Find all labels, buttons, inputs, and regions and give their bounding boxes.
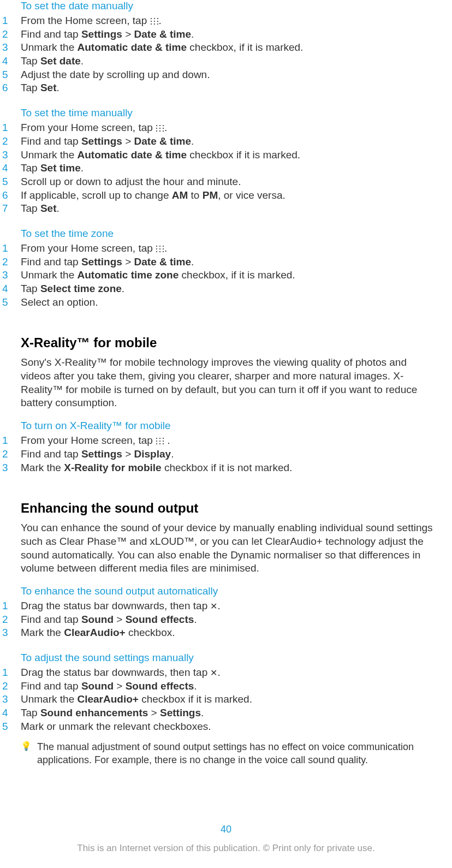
step: 2Find and tap Settings > Date & time.	[0, 255, 447, 269]
step: 3Unmark the ClearAudio+ checkbox if it i…	[0, 693, 447, 706]
step-text: Tap Set.	[21, 202, 447, 216]
step-text: Find and tap Settings > Date & time.	[21, 255, 447, 269]
section-title: To turn on X-Reality™ for mobile	[21, 420, 447, 432]
step: 1From your Home screen, tap .	[0, 242, 447, 255]
steps-sound-auto: 1Drag the status bar downwards, then tap…	[0, 599, 447, 640]
step-text: From the Home screen, tap .	[21, 14, 447, 28]
step-num: 1	[0, 242, 21, 255]
step: 2Find and tap Sound > Sound effects.	[0, 613, 447, 627]
step-num: 3	[0, 148, 21, 162]
step-num: 2	[0, 255, 21, 269]
step-text: Drag the status bar downwards, then tap …	[21, 599, 447, 613]
section-title: To adjust the sound settings manually	[21, 652, 447, 664]
step: 1From the Home screen, tap .	[0, 14, 447, 28]
step: 4Tap Set date.	[0, 55, 447, 68]
step-text: Unmark the Automatic time zone checkbox,…	[21, 269, 447, 282]
step: 3Unmark the Automatic date & time checkb…	[0, 41, 447, 55]
section-title: To enhance the sound output automaticall…	[21, 585, 447, 597]
step-text: Unmark the ClearAudio+ checkbox if it is…	[21, 693, 447, 706]
heading-xreality: X-Reality™ for mobile	[21, 335, 447, 350]
step-num: 7	[0, 202, 21, 216]
step-text: Unmark the Automatic date & time checkbo…	[21, 148, 447, 162]
step-text: From your Home screen, tap .	[21, 242, 447, 255]
step-num: 4	[0, 55, 21, 68]
step-text: Adjust the date by scrolling up and down…	[21, 68, 447, 82]
footer-note: This is an Internet version of this publ…	[0, 843, 452, 854]
page-number: 40	[0, 824, 452, 835]
step-num: 1	[0, 599, 21, 613]
step-text: Mark the X-Reality for mobile checkbox i…	[21, 461, 447, 475]
step: 5Mark or unmark the relevant checkboxes.	[0, 720, 447, 734]
step-text: Find and tap Settings > Display.	[21, 448, 447, 461]
step-num: 4	[0, 282, 21, 296]
step-num: 2	[0, 448, 21, 461]
step: 3Mark the X-Reality for mobile checkbox …	[0, 461, 447, 475]
step-text: Tap Set.	[21, 81, 447, 95]
step-text: If applicable, scroll up to change AM to…	[21, 189, 447, 203]
step: 2Find and tap Settings > Display.	[0, 448, 447, 461]
tip-icon: 💡	[21, 741, 37, 766]
steps-sound-manual: 1Drag the status bar downwards, then tap…	[0, 666, 447, 733]
step-num: 6	[0, 81, 21, 95]
step-text: Tap Sound enhancements > Settings.	[21, 706, 447, 720]
step-text: Drag the status bar downwards, then tap …	[21, 666, 447, 680]
section-title: To set the time zone	[21, 228, 447, 240]
step: 4Tap Select time zone.	[0, 282, 447, 296]
step-num: 2	[0, 613, 21, 627]
step-num: 3	[0, 461, 21, 475]
step-text: Tap Set date.	[21, 55, 447, 68]
step: 2Find and tap Settings > Date & time.	[0, 28, 447, 41]
step: 3Unmark the Automatic time zone checkbox…	[0, 269, 447, 282]
step-text: Mark the ClearAudio+ checkbox.	[21, 626, 447, 640]
section-title: To set the time manually	[21, 107, 447, 119]
step-text: From your Home screen, tap .	[21, 121, 447, 135]
step-text: Unmark the Automatic date & time checkbo…	[21, 41, 447, 55]
step: 1From your Home screen, tap .	[0, 434, 447, 448]
paragraph: Sony's X-Reality™ for mobile technology …	[21, 356, 436, 410]
step-num: 2	[0, 28, 21, 41]
step-num: 3	[0, 626, 21, 640]
step: 7Tap Set.	[0, 202, 447, 216]
step-num: 5	[0, 68, 21, 82]
step-num: 1	[0, 434, 21, 448]
steps-set-time: 1From your Home screen, tap . 2Find and …	[0, 121, 447, 216]
step: 5Scroll up or down to adjust the hour an…	[0, 175, 447, 189]
step-num: 4	[0, 706, 21, 720]
step: 3Mark the ClearAudio+ checkbox.	[0, 626, 447, 640]
step: 6If applicable, scroll up to change AM t…	[0, 189, 447, 203]
step-text: Find and tap Sound > Sound effects.	[21, 680, 447, 693]
step-num: 4	[0, 162, 21, 175]
step-text: Tap Set time.	[21, 162, 447, 175]
apps-icon	[150, 17, 159, 25]
step: 5Adjust the date by scrolling up and dow…	[0, 68, 447, 82]
steps-timezone: 1From your Home screen, tap . 2Find and …	[0, 242, 447, 309]
step-num: 1	[0, 121, 21, 135]
heading-sound: Enhancing the sound output	[21, 501, 447, 516]
step: 4Tap Sound enhancements > Settings.	[0, 706, 447, 720]
step: 1From your Home screen, tap .	[0, 121, 447, 135]
settings-icon: ✕	[210, 668, 217, 679]
step: 5Select an option.	[0, 296, 447, 310]
apps-icon	[156, 124, 164, 132]
steps-xreality: 1From your Home screen, tap . 2Find and …	[0, 434, 447, 474]
tip-text: The manual adjustment of sound output se…	[37, 741, 436, 766]
step: 1Drag the status bar downwards, then tap…	[0, 666, 447, 680]
step: 6Tap Set.	[0, 81, 447, 95]
step: 2Find and tap Settings > Date & time.	[0, 135, 447, 148]
step-text: Find and tap Sound > Sound effects.	[21, 613, 447, 627]
step: 2Find and tap Sound > Sound effects.	[0, 680, 447, 693]
step-num: 2	[0, 135, 21, 148]
step: 1Drag the status bar downwards, then tap…	[0, 599, 447, 613]
step-num: 5	[0, 720, 21, 734]
tip: 💡 The manual adjustment of sound output …	[21, 741, 436, 766]
section-title: To set the date manually	[21, 0, 447, 12]
steps-set-date: 1From the Home screen, tap . 2Find and t…	[0, 14, 447, 95]
step-num: 3	[0, 41, 21, 55]
step-num: 5	[0, 296, 21, 310]
settings-icon: ✕	[210, 601, 217, 613]
step-num: 3	[0, 693, 21, 706]
apps-icon	[156, 245, 164, 252]
step-text: Tap Select time zone.	[21, 282, 447, 296]
step-num: 1	[0, 14, 21, 28]
step-num: 5	[0, 175, 21, 189]
